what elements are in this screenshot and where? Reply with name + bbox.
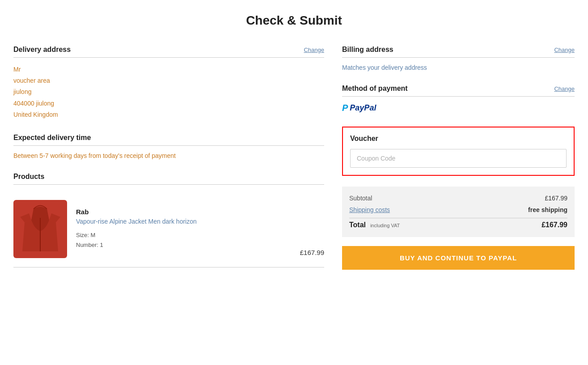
right-column: Billing address Change Matches your deli… [342, 46, 575, 276]
total-value: £167.99 [541, 221, 567, 229]
total-label: Total [349, 221, 366, 229]
expected-section: Expected delivery time Between 5-7 worki… [13, 134, 324, 159]
address-salutation: Mr [13, 64, 324, 75]
subtotal-row: Subtotal £167.99 [349, 195, 567, 202]
delivery-address: Mr voucher area jiulong 404000 jiulong U… [13, 64, 324, 120]
products-section: Products [13, 173, 324, 267]
payment-section: Method of payment Change P PayPal [342, 85, 575, 113]
billing-match: Matches your delivery address [342, 64, 575, 71]
paypal-logo: P PayPal [342, 103, 575, 113]
delivery-header: Delivery address Change [13, 46, 324, 58]
payment-header: Method of payment Change [342, 85, 575, 97]
subtotal-value: £167.99 [545, 195, 567, 202]
paypal-text: PayPal [350, 103, 376, 113]
address-city: jiulong [13, 86, 324, 98]
payment-title: Method of payment [342, 85, 408, 93]
delivery-change-link[interactable]: Change [304, 47, 324, 53]
page-title: Check & Submit [0, 0, 588, 46]
shipping-value: free shipping [528, 206, 567, 213]
voucher-title: Voucher [350, 135, 567, 143]
coupon-input[interactable] [350, 149, 567, 168]
shipping-row: Shipping costs free shipping [349, 206, 567, 213]
address-name: voucher area [13, 75, 324, 86]
address-country: United Kingdom [13, 109, 324, 120]
product-name: Vapour-rise Alpine Jacket Men dark horiz… [76, 217, 291, 226]
expected-text: Between 5-7 working days from today's re… [13, 152, 324, 159]
product-number: Number: 1 [76, 240, 291, 250]
expected-header: Expected delivery time [13, 134, 324, 146]
main-layout: Delivery address Change Mr voucher area … [0, 46, 588, 294]
buy-button[interactable]: BUY AND CONTINUE TO PAYPAL [342, 246, 575, 270]
payment-change-link[interactable]: Change [554, 85, 575, 92]
paypal-p-icon: P [342, 103, 348, 113]
delivery-title: Delivery address [13, 46, 71, 54]
voucher-section: Voucher [342, 127, 575, 176]
total-label-group: Total including VAT [349, 221, 400, 229]
subtotal-label: Subtotal [349, 195, 372, 202]
billing-change-link[interactable]: Change [554, 47, 575, 53]
product-details: Rab Vapour-rise Alpine Jacket Men dark h… [76, 208, 291, 250]
total-row: Total including VAT £167.99 [349, 218, 567, 229]
billing-title: Billing address [342, 46, 393, 54]
billing-section: Billing address Change Matches your deli… [342, 46, 575, 71]
left-column: Delivery address Change Mr voucher area … [13, 46, 324, 276]
billing-header: Billing address Change [342, 46, 575, 58]
product-price: £167.99 [300, 249, 324, 256]
delivery-section: Delivery address Change Mr voucher area … [13, 46, 324, 120]
total-vat: including VAT [370, 223, 400, 228]
shipping-label[interactable]: Shipping costs [349, 206, 390, 213]
expected-title: Expected delivery time [13, 134, 91, 142]
product-brand: Rab [76, 208, 291, 216]
product-jacket-svg [20, 204, 60, 254]
products-title: Products [13, 173, 44, 181]
product-item: Rab Vapour-rise Alpine Jacket Men dark h… [13, 191, 324, 267]
product-size: Size: M [76, 230, 291, 240]
address-postal: 404000 jiulong [13, 98, 324, 109]
summary-section: Subtotal £167.99 Shipping costs free shi… [342, 187, 575, 237]
products-header: Products [13, 173, 324, 185]
product-image [13, 200, 67, 258]
